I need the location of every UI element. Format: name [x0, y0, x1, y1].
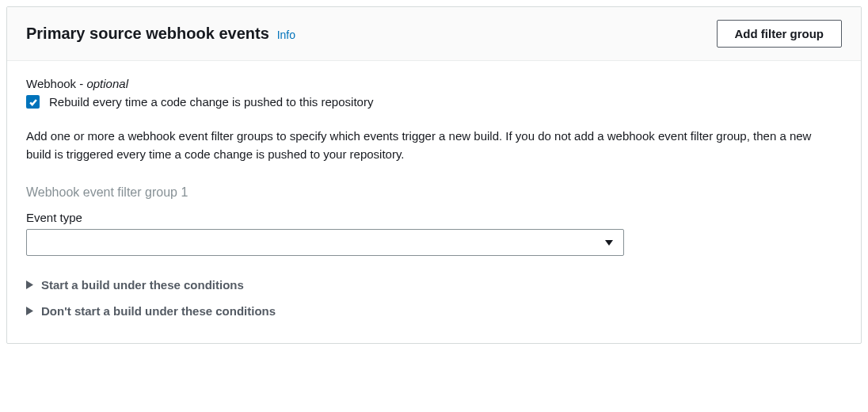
webhook-label-optional: optional — [86, 77, 128, 90]
panel-title-wrap: Primary source webhook events Info — [26, 25, 295, 43]
webhook-events-panel: Primary source webhook events Info Add f… — [6, 6, 862, 344]
panel-header: Primary source webhook events Info Add f… — [7, 7, 861, 61]
panel-body: Webhook - optional Rebuild every time a … — [7, 61, 861, 343]
start-conditions-label: Start a build under these conditions — [41, 278, 244, 292]
caret-right-icon — [26, 305, 33, 318]
webhook-description: Add one or more a webhook event filter g… — [26, 128, 818, 163]
svg-marker-2 — [26, 307, 33, 315]
checkmark-icon — [29, 97, 38, 107]
info-link[interactable]: Info — [277, 29, 295, 41]
webhook-label: Webhook - optional — [26, 77, 842, 90]
event-type-label: Event type — [26, 211, 842, 224]
start-conditions-expander[interactable]: Start a build under these conditions — [26, 272, 842, 298]
rebuild-checkbox-row: Rebuild every time a code change is push… — [26, 95, 842, 109]
rebuild-checkbox-label: Rebuild every time a code change is push… — [49, 95, 373, 109]
webhook-label-prefix: Webhook - — [26, 77, 86, 90]
caret-right-icon — [26, 279, 33, 292]
dont-start-conditions-expander[interactable]: Don't start a build under these conditio… — [26, 298, 842, 324]
filter-group-title: Webhook event filter group 1 — [26, 185, 842, 200]
event-type-select-wrap — [26, 229, 624, 256]
panel-title: Primary source webhook events — [26, 25, 269, 42]
dont-start-conditions-label: Don't start a build under these conditio… — [41, 304, 276, 318]
svg-marker-1 — [26, 280, 33, 289]
event-type-select[interactable] — [26, 229, 624, 256]
add-filter-group-button[interactable]: Add filter group — [717, 20, 843, 48]
rebuild-checkbox[interactable] — [26, 95, 40, 109]
